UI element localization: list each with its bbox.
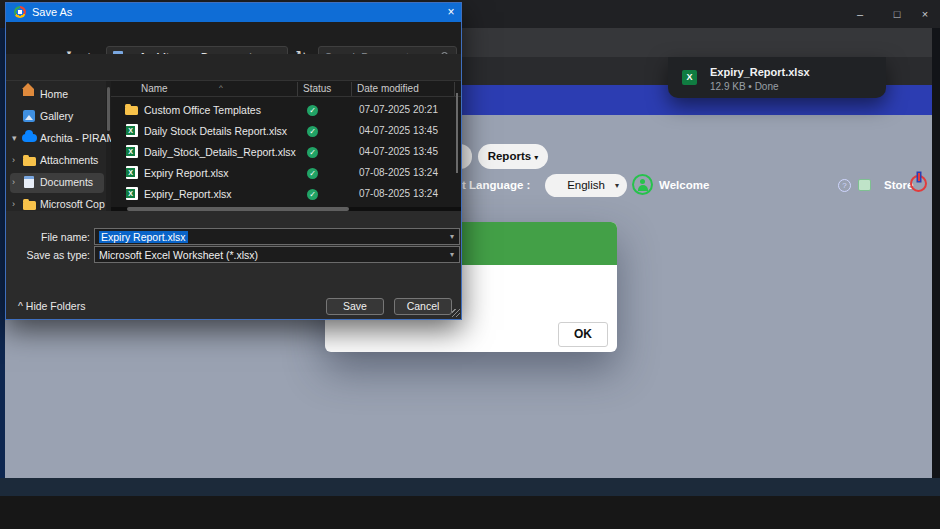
screen: – □ × ↓ ☆ ↓ ⋮ M Inbox (4,446) - archi...… bbox=[0, 0, 940, 529]
dialog-titlebar[interactable]: Save As × bbox=[6, 3, 461, 22]
excel-icon bbox=[126, 166, 138, 179]
welcome-text: Welcome bbox=[659, 179, 709, 191]
chevron-down-icon[interactable]: ▾ bbox=[450, 250, 454, 259]
file-name: Daily Stock Details Report.xlsx bbox=[144, 125, 287, 137]
page-footer: Powered by: WIPRO 2025 @ PSMRI Online bbox=[0, 478, 940, 496]
save-button[interactable]: Save bbox=[326, 298, 384, 315]
sync-check-icon: ✓ bbox=[307, 147, 318, 158]
column-date[interactable]: Date modified bbox=[357, 83, 419, 94]
reports-button[interactable]: Reports ▾ bbox=[478, 144, 548, 169]
resize-grip[interactable] bbox=[452, 309, 460, 317]
hide-folders-button[interactable]: ^ Hide Folders bbox=[18, 300, 85, 312]
chevron-down-icon[interactable]: ▾ bbox=[450, 232, 454, 241]
file-list: Name ^ Status Date modified Custom Offic… bbox=[111, 81, 461, 211]
save-as-dialog: Save As × ← → ▾ ↑ › Archita ... › Docume… bbox=[5, 2, 462, 320]
home-icon bbox=[23, 89, 34, 96]
list-vertical-scrollbar[interactable] bbox=[456, 93, 458, 173]
file-date: 07-07-2025 20:21 bbox=[359, 104, 438, 115]
language-value: English bbox=[567, 179, 605, 191]
language-select[interactable]: English ▾ bbox=[545, 174, 627, 197]
column-divider[interactable] bbox=[297, 82, 298, 96]
list-header: Name ^ Status Date modified bbox=[111, 81, 461, 97]
save-type-select[interactable]: Microsoft Excel Worksheet (*.xlsx) ▾ bbox=[94, 246, 460, 263]
sidebar-label: Gallery bbox=[40, 110, 73, 122]
file-name: Expiry Report.xlsx bbox=[144, 167, 229, 179]
download-filename: Expiry_Report.xlsx bbox=[710, 66, 810, 78]
maximize-icon[interactable]: □ bbox=[890, 8, 904, 21]
chevron-expanded-icon[interactable]: ▾ bbox=[12, 133, 17, 143]
excel-icon bbox=[126, 187, 138, 200]
dialog-sidebar: Home Gallery ▾ Archita - PIRAM › Attachm… bbox=[6, 81, 106, 211]
chrome-icon bbox=[14, 6, 26, 18]
sidebar-scrollbar[interactable] bbox=[107, 87, 110, 131]
chevron-collapsed-icon[interactable]: › bbox=[12, 199, 15, 209]
minimize-icon[interactable]: – bbox=[853, 8, 867, 21]
download-meta: 12.9 KB • Done bbox=[710, 81, 779, 92]
dialog-nav-row: ← → ▾ ↑ › Archita ... › Documents › ▾ ↻ bbox=[6, 22, 461, 54]
user-icon bbox=[632, 174, 653, 195]
gallery-icon bbox=[23, 110, 35, 122]
column-divider[interactable] bbox=[351, 82, 352, 96]
folder-icon bbox=[125, 106, 138, 115]
sidebar-item-home[interactable]: Home bbox=[10, 85, 104, 105]
sync-check-icon: ✓ bbox=[307, 105, 318, 116]
chevron-down-icon: ▾ bbox=[615, 174, 619, 197]
chevron-collapsed-icon[interactable]: › bbox=[12, 177, 15, 187]
sidebar-item-onedrive[interactable]: ▾ Archita - PIRAM bbox=[10, 129, 104, 149]
sidebar-label: Documents bbox=[40, 176, 93, 188]
sidebar-label: Home bbox=[40, 88, 68, 100]
file-name: Daily_Stock_Details_Report.xlsx bbox=[144, 146, 296, 158]
sync-check-icon: ✓ bbox=[307, 189, 318, 200]
sidebar-label: Archita - PIRAM bbox=[40, 132, 115, 144]
file-date: 07-08-2025 13:24 bbox=[359, 188, 438, 199]
sidebar-label: Attachments bbox=[40, 154, 98, 166]
store-icon bbox=[858, 179, 871, 191]
column-status[interactable]: Status bbox=[303, 83, 331, 94]
sidebar-item-gallery[interactable]: Gallery bbox=[10, 107, 104, 127]
file-date: 04-07-2025 13:45 bbox=[359, 146, 438, 157]
save-type-value: Microsoft Excel Worksheet (*.xlsx) bbox=[99, 249, 258, 261]
excel-icon: X bbox=[682, 70, 697, 85]
info-icon[interactable]: ? bbox=[838, 179, 851, 192]
column-name[interactable]: Name bbox=[141, 83, 168, 94]
sort-asc-icon: ^ bbox=[219, 83, 223, 92]
file-name-value: Expiry Report.xlsx bbox=[99, 231, 188, 243]
store-text: Store bbox=[884, 179, 913, 191]
dialog-command-bar: Organize ▾ New folder ▾ ? bbox=[6, 54, 461, 81]
sidebar-item-documents[interactable]: › Documents bbox=[10, 173, 104, 193]
file-row[interactable]: Custom Office Templates ✓ 07-07-2025 20:… bbox=[111, 100, 461, 121]
onedrive-cloud-icon bbox=[22, 134, 37, 142]
save-type-label: Save as type: bbox=[6, 249, 90, 261]
excel-icon bbox=[126, 124, 138, 137]
ok-button[interactable]: OK bbox=[558, 322, 608, 347]
sync-check-icon: ✓ bbox=[307, 126, 318, 137]
taskbar: 8 hp O ◆ T W ^ ENG IN bbox=[0, 496, 940, 529]
hide-folders-label: Hide Folders bbox=[26, 300, 86, 312]
sync-check-icon: ✓ bbox=[307, 168, 318, 179]
chevron-down-icon: ▾ bbox=[534, 153, 538, 162]
file-name: Expiry_Report.xlsx bbox=[144, 188, 232, 200]
folder-icon bbox=[23, 201, 36, 210]
file-name-input[interactable]: Expiry Report.xlsx ▾ bbox=[94, 228, 460, 245]
dialog-close-icon[interactable]: × bbox=[443, 5, 459, 20]
chevron-collapsed-icon[interactable]: › bbox=[12, 155, 15, 165]
file-date: 04-07-2025 13:45 bbox=[359, 125, 438, 136]
file-row[interactable]: Expiry_Report.xlsx ✓ 07-08-2025 13:24 bbox=[111, 184, 461, 205]
column-divider[interactable] bbox=[454, 82, 455, 96]
logout-power-icon[interactable] bbox=[910, 175, 927, 192]
folder-icon bbox=[23, 157, 36, 166]
reports-label: Reports bbox=[488, 150, 531, 162]
file-name-label: File name: bbox=[6, 231, 90, 243]
download-popup[interactable]: X Expiry_Report.xlsx 12.9 KB • Done bbox=[668, 57, 886, 98]
close-icon[interactable]: × bbox=[918, 8, 932, 21]
file-row[interactable]: Daily Stock Details Report.xlsx ✓ 04-07-… bbox=[111, 121, 461, 142]
file-row[interactable]: Expiry Report.xlsx ✓ 07-08-2025 13:24 bbox=[111, 163, 461, 184]
document-icon bbox=[24, 176, 34, 188]
page-scrollbar[interactable] bbox=[932, 28, 940, 478]
file-name: Custom Office Templates bbox=[144, 104, 261, 116]
cancel-button[interactable]: Cancel bbox=[394, 298, 452, 315]
file-row[interactable]: Daily_Stock_Details_Report.xlsx ✓ 04-07-… bbox=[111, 142, 461, 163]
sidebar-item-attachments[interactable]: › Attachments bbox=[10, 151, 104, 171]
dialog-main: Home Gallery ▾ Archita - PIRAM › Attachm… bbox=[6, 81, 461, 211]
dialog-title: Save As bbox=[32, 6, 72, 18]
